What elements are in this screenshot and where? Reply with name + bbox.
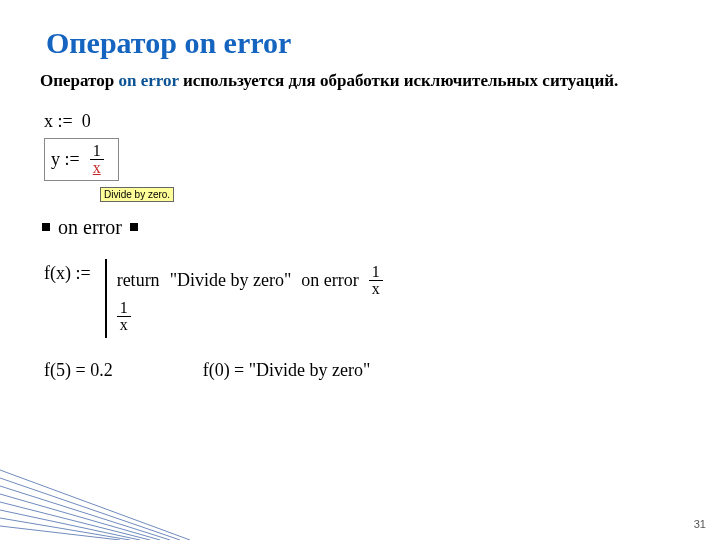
decorative-lines bbox=[0, 430, 190, 540]
svg-line-0 bbox=[0, 470, 190, 540]
eq2-den-error: x bbox=[90, 160, 104, 176]
fdef-lhs: f(x) := bbox=[44, 259, 91, 284]
svg-line-6 bbox=[0, 518, 130, 540]
row1-fraction: 1 x bbox=[369, 264, 383, 297]
return-value: "Divide by zero" bbox=[170, 270, 292, 291]
page-number: 31 bbox=[694, 518, 706, 530]
error-tooltip: Divide by zero. bbox=[100, 187, 174, 202]
stub-label: on error bbox=[58, 216, 122, 239]
title-keyword: on error bbox=[184, 26, 291, 59]
svg-line-5 bbox=[0, 510, 140, 540]
intro-pre: Оператор bbox=[40, 71, 118, 90]
onerror-keyword: on error bbox=[301, 270, 358, 291]
return-keyword: return bbox=[117, 270, 160, 291]
eq-x-assign: x := 0 bbox=[44, 111, 680, 132]
intro-operator: on error bbox=[118, 71, 178, 90]
results-row: f(5) = 0.2 f(0) = "Divide by zero" bbox=[44, 360, 680, 381]
row2-num: 1 bbox=[117, 300, 131, 317]
row2-fraction: 1 x bbox=[117, 300, 131, 333]
svg-line-3 bbox=[0, 494, 160, 540]
intro-paragraph: Оператор on error используется для обраб… bbox=[40, 70, 680, 93]
svg-line-1 bbox=[0, 478, 180, 540]
eq-y-boxed: y := 1 x bbox=[44, 138, 119, 181]
row1-num: 1 bbox=[369, 264, 383, 281]
svg-line-2 bbox=[0, 486, 170, 540]
fdef-row1: return "Divide by zero" on error 1 x bbox=[117, 264, 383, 297]
title-ru: Оператор bbox=[46, 26, 184, 59]
function-definition: f(x) := return "Divide by zero" on error… bbox=[44, 259, 680, 338]
eq2-lhs: y := bbox=[51, 149, 80, 170]
svg-line-7 bbox=[0, 526, 120, 540]
row2-den: x bbox=[117, 317, 131, 333]
intro-post: используется для обработки исключительны… bbox=[179, 71, 619, 90]
eq1-lhs: x := bbox=[44, 111, 73, 131]
svg-line-4 bbox=[0, 502, 150, 540]
slide-title: Оператор on error bbox=[46, 26, 680, 60]
placeholder-icon bbox=[42, 223, 50, 231]
eq1-rhs: 0 bbox=[82, 111, 91, 131]
fdef-row2: 1 x bbox=[117, 300, 383, 333]
result-b: f(0) = "Divide by zero" bbox=[203, 360, 371, 381]
eq2-num: 1 bbox=[90, 143, 104, 160]
onerror-stub: on error bbox=[42, 216, 680, 239]
eq2-fraction: 1 x bbox=[90, 143, 104, 176]
result-a: f(5) = 0.2 bbox=[44, 360, 113, 381]
placeholder-icon bbox=[130, 223, 138, 231]
row1-den: x bbox=[369, 281, 383, 297]
fdef-body: return "Divide by zero" on error 1 x 1 x bbox=[105, 259, 383, 338]
